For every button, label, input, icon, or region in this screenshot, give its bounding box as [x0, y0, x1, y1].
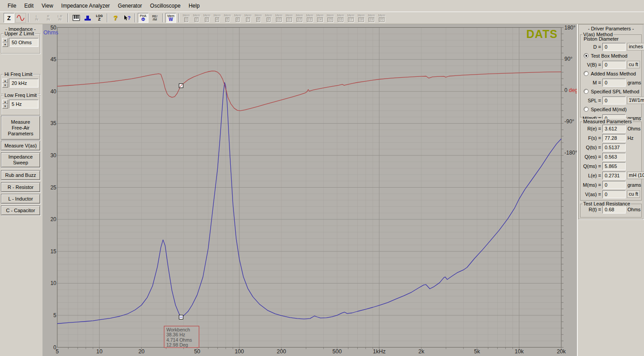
- mem-slot-13-button: Mem13: [305, 13, 315, 23]
- menu-item-help[interactable]: Help: [185, 1, 204, 10]
- memory-write-button[interactable]: Mem W: [165, 13, 176, 23]
- qes-label: Q(es) =: [580, 154, 601, 159]
- context-help-button[interactable]: ?: [122, 13, 132, 23]
- menu-item-generator[interactable]: Generator: [114, 1, 146, 10]
- dats-logo: DATS: [526, 28, 558, 40]
- r-resistor-button[interactable]: R - Resistor: [1, 182, 40, 192]
- impedance-curve: [57, 83, 561, 324]
- upper-z-limit-field[interactable]: 50 Ohms: [9, 38, 38, 47]
- spl-field[interactable]: 0: [602, 96, 626, 105]
- added-mass-method-radio-row[interactable]: Added Mass Method: [580, 70, 641, 77]
- fs-unit: Hz: [627, 135, 641, 141]
- qts-field[interactable]: 0.5137: [602, 143, 626, 151]
- toolbar-separator: [107, 13, 108, 22]
- test-lead-resistance-group: Test Lead Resistance R(t) =0.68Ohms: [580, 204, 642, 218]
- spin-up-icon[interactable]: ▲: [2, 38, 8, 42]
- rt-label: R(t) =: [580, 207, 601, 212]
- test-box-method-radio-row[interactable]: Test Box Method: [580, 52, 641, 59]
- menu-item-oscilloscope[interactable]: Oscilloscope: [146, 1, 185, 10]
- driver-parameters-panel: - Driver Parameters - V(as) Method Pisto…: [577, 24, 644, 356]
- log-impedance-button[interactable]: LOG Z: [94, 13, 105, 23]
- added-mass-method-label: Added Mass Method: [591, 71, 636, 76]
- re-label: RE/: [152, 15, 157, 18]
- im-label: /IM: [153, 18, 157, 21]
- piano-keys-icon: [72, 15, 80, 21]
- x-axis-tick-label: 5k: [474, 348, 480, 355]
- mem-slot-14-button: Mem14: [315, 13, 325, 23]
- radio-icon[interactable]: [584, 89, 589, 94]
- menu-item-view[interactable]: View: [38, 1, 57, 10]
- c-capacitor-button[interactable]: C - Capacitor: [1, 205, 40, 215]
- help-button[interactable]: ?: [110, 13, 121, 23]
- mms-unit: grams: [627, 182, 641, 188]
- measure-free-air-button[interactable]: Measure Free-Air Parameters: [1, 116, 40, 140]
- le-field[interactable]: 0.2731: [602, 172, 626, 180]
- step-response-button[interactable]: [82, 13, 93, 23]
- qms-field[interactable]: 5.865: [602, 162, 626, 170]
- d-field[interactable]: 0: [602, 43, 626, 51]
- spin-down-icon[interactable]: ▼: [2, 83, 8, 88]
- re-unit: Ohms: [627, 126, 641, 131]
- spl-row: SPL =01W/1m: [580, 96, 641, 105]
- mem-slot-8-button: Mem8: [253, 13, 263, 23]
- sine-sweep-button[interactable]: [15, 13, 26, 23]
- y-axis-tick-label: 25: [51, 184, 57, 191]
- vas-unit[interactable]: cu ft: [627, 190, 640, 198]
- le-unit[interactable]: mH (10k): [627, 172, 644, 179]
- low-freq-limit-label: Low Freq Limit: [4, 92, 38, 98]
- spl-unit[interactable]: 1W/1m: [627, 96, 644, 104]
- mms-field[interactable]: 0: [602, 181, 626, 189]
- impedance-chart: 05101520253035404550Ohms5102050100200500…: [42, 24, 577, 356]
- specified-spl-method-radio-row[interactable]: Specified SPL Method: [580, 88, 641, 95]
- d-unit[interactable]: inches: [627, 43, 644, 50]
- measured-parameters-label: Measured Parameters: [582, 119, 633, 124]
- phase-toggle-button[interactable]: PHA Φ: [138, 13, 148, 23]
- rt-field[interactable]: 0.68: [602, 205, 626, 214]
- impedance-mode-label: Z: [7, 15, 11, 21]
- hi-freq-limit-field[interactable]: 20 kHz: [9, 79, 38, 88]
- low-freq-spinner[interactable]: ▲▼: [2, 100, 8, 109]
- real-imaginary-button[interactable]: RE/ /IM: [149, 13, 160, 23]
- low-freq-limit-field[interactable]: 5 Hz: [9, 100, 38, 109]
- upper-z-spinner[interactable]: ▲▼: [2, 38, 8, 47]
- qes-field[interactable]: 0.563: [602, 153, 626, 161]
- m-field[interactable]: 0: [602, 79, 626, 87]
- spin-down-icon[interactable]: ▼: [2, 42, 8, 47]
- re-field[interactable]: 3.612: [602, 125, 626, 133]
- le-row: L(e) =0.2731mH (10k): [580, 171, 641, 180]
- fs-field[interactable]: 77.28: [602, 134, 626, 142]
- specified-m-md--radio-row[interactable]: Specified M(md): [580, 105, 641, 113]
- measure-vas-button[interactable]: Measure V(as): [1, 141, 40, 151]
- re-label: R(e) =: [580, 126, 601, 131]
- ohms-axis-label: Ohms: [43, 29, 58, 36]
- spin-down-icon[interactable]: ▼: [2, 104, 8, 109]
- y-axis-tick-label: 40: [51, 88, 57, 95]
- radio-icon[interactable]: [584, 53, 589, 58]
- rub-and-buzz-button[interactable]: Rub and Buzz: [1, 170, 40, 180]
- vb-field[interactable]: 0: [602, 61, 626, 69]
- cursor-tooltip-line: 38.36 Hz: [166, 332, 185, 337]
- radio-icon[interactable]: [584, 71, 589, 76]
- spin-up-icon[interactable]: ▲: [2, 79, 8, 83]
- vb-unit[interactable]: cu ft: [627, 61, 640, 68]
- spin-up-icon[interactable]: ▲: [2, 100, 8, 104]
- piano-tones-button[interactable]: [71, 13, 81, 23]
- spl-label: SPL =: [580, 98, 601, 103]
- x-axis-tick-label: 100: [235, 348, 244, 355]
- radio-icon[interactable]: [584, 107, 589, 112]
- impedance-mode-button[interactable]: Z: [4, 13, 14, 23]
- impedance-sweep-button[interactable]: Impedance Sweep: [1, 152, 40, 168]
- toolbar-separator: [68, 13, 68, 22]
- mem-slot-6-button: Mem6: [233, 13, 243, 23]
- y-axis-tick-label: 35: [51, 120, 57, 126]
- hi-freq-spinner[interactable]: ▲▼: [2, 79, 8, 88]
- l-inductor-button[interactable]: L - Inductor: [1, 194, 40, 204]
- qts-row: Q(ts) =0.5137: [580, 143, 641, 151]
- x-axis-tick-label: 200: [277, 348, 286, 355]
- menu-item-edit[interactable]: Edit: [20, 1, 38, 10]
- menu-item-impedance-analyzer[interactable]: Impedance Analyzer: [57, 1, 114, 10]
- vas-field[interactable]: 0: [602, 190, 626, 198]
- rt-unit: Ohms: [627, 207, 641, 212]
- mem-slot-4-button: Mem4: [212, 13, 222, 23]
- menu-item-file[interactable]: File: [4, 1, 20, 10]
